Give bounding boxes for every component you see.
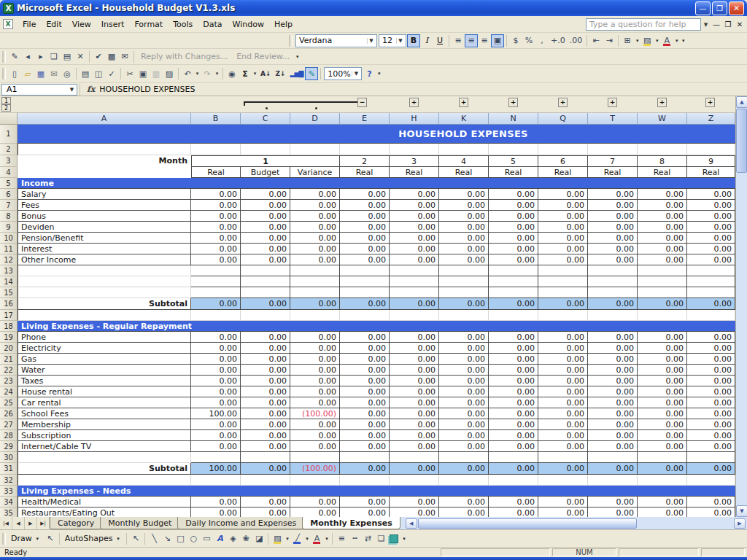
cell-value[interactable]: 0.00 <box>191 386 241 397</box>
cell-value[interactable]: 0.00 <box>390 244 439 254</box>
cell-value[interactable]: 0.00 <box>191 419 241 430</box>
cell-blank[interactable] <box>241 287 290 298</box>
cell-value[interactable]: 0.00 <box>538 200 588 211</box>
cell-blank[interactable] <box>340 452 390 463</box>
cell-value[interactable]: 100.00 <box>191 463 241 475</box>
cell-value[interactable]: 0.00 <box>241 254 290 265</box>
insert-function-icon[interactable]: fx <box>82 85 99 94</box>
cell-value[interactable]: 0.00 <box>290 508 340 517</box>
cell-value[interactable]: 0.00 <box>638 298 687 310</box>
open-icon[interactable]: ▱ <box>21 67 34 80</box>
cell-blank[interactable] <box>290 452 340 463</box>
scroll-left-icon[interactable]: ◀ <box>406 518 417 529</box>
cell-value[interactable]: 0.00 <box>538 463 588 475</box>
reply-with-changes-button[interactable]: Reply with Changes... <box>136 52 232 61</box>
name-box-dropdown-icon[interactable]: ▼ <box>67 87 77 93</box>
toolbar-grip[interactable] <box>2 68 6 79</box>
cell-value[interactable]: 0.00 <box>390 463 439 475</box>
cell-row-label[interactable]: Subtotal <box>18 463 191 475</box>
cell-value[interactable]: 0.00 <box>191 354 241 365</box>
cell-value[interactable]: 0.00 <box>241 386 290 397</box>
previous-sheet-icon[interactable]: ◀ <box>12 517 25 529</box>
cell-row-label[interactable]: Restaurants/Eating Out <box>18 508 191 517</box>
delete-comment-icon[interactable]: ✕ <box>74 50 87 63</box>
cell-value[interactable]: 0.00 <box>390 332 439 343</box>
cell-value[interactable]: 0.00 <box>439 354 489 365</box>
cell-row-label[interactable]: Subtotal <box>18 298 191 310</box>
cell-blank[interactable] <box>340 475 390 486</box>
copy-icon[interactable]: ▣ <box>136 67 150 80</box>
redo-icon[interactable]: ↷ <box>201 67 214 80</box>
cell-real-header[interactable]: Real <box>439 167 489 178</box>
cell-value[interactable]: 0.00 <box>241 233 290 244</box>
cell-value[interactable]: 0.00 <box>638 497 687 508</box>
cell-blank[interactable] <box>191 276 241 287</box>
cell-value[interactable]: 0.00 <box>290 254 340 265</box>
cell-variance-header[interactable]: Variance <box>290 167 340 178</box>
cell-value[interactable]: 0.00 <box>191 244 241 254</box>
row-header-31[interactable]: 31 <box>0 463 18 475</box>
expand-group-button[interactable]: + <box>508 98 518 107</box>
row-header-4[interactable]: 4 <box>0 167 18 178</box>
row-header-3[interactable]: 3 <box>0 155 18 167</box>
cell-blank[interactable] <box>390 287 439 298</box>
cell-value[interactable]: 0.00 <box>638 386 687 397</box>
cell-value[interactable]: 0.00 <box>489 211 538 222</box>
dash-style-icon[interactable]: ┅ <box>348 532 361 545</box>
row-header-21[interactable]: 21 <box>0 354 18 365</box>
cell-blank[interactable] <box>18 452 191 463</box>
expand-group-button[interactable]: + <box>705 98 715 107</box>
cell-blank[interactable] <box>687 475 735 486</box>
cell-value[interactable]: 0.00 <box>241 343 290 354</box>
cell-value[interactable]: 0.00 <box>340 189 390 200</box>
window-minimize-button[interactable]: — <box>711 20 722 28</box>
cell-value[interactable]: 0.00 <box>588 222 638 233</box>
line-color-icon[interactable]: ╱ <box>290 532 303 545</box>
row-header-25[interactable]: 25 <box>0 397 18 408</box>
restore-button[interactable]: ❐ <box>712 1 727 15</box>
borders-icon[interactable]: ⊞ <box>621 34 634 47</box>
cell-value[interactable]: 0.00 <box>439 463 489 475</box>
toolbar-options-icon[interactable]: ▾ <box>294 54 301 60</box>
cell-value[interactable]: 0.00 <box>191 211 241 222</box>
format-painter-icon[interactable]: ▨ <box>163 67 176 80</box>
cell-value[interactable]: 0.00 <box>439 200 489 211</box>
minimize-button[interactable]: — <box>695 1 711 15</box>
cell-blank[interactable] <box>290 265 340 276</box>
question-box-dropdown[interactable]: ▾ <box>701 20 711 29</box>
cell-value[interactable]: 0.00 <box>241 419 290 430</box>
cell-value[interactable]: 0.00 <box>439 508 489 517</box>
cell-blank[interactable] <box>687 310 735 321</box>
cell-blank[interactable] <box>390 144 439 155</box>
cell-value[interactable]: 0.00 <box>489 386 538 397</box>
cell-value[interactable]: 0.00 <box>290 354 340 365</box>
cell-real-header[interactable]: Real <box>538 167 588 178</box>
line-style-icon[interactable]: ≡ <box>335 532 348 545</box>
cell-value[interactable]: 0.00 <box>538 397 588 408</box>
cell-row-label[interactable]: Water <box>18 365 191 376</box>
row-header-18[interactable]: 18 <box>0 321 18 332</box>
cell-value[interactable]: 0.00 <box>191 233 241 244</box>
cell-value[interactable]: 0.00 <box>191 298 241 310</box>
scroll-right-icon[interactable]: ▶ <box>734 518 746 529</box>
column-header-n[interactable]: N <box>489 113 538 125</box>
percent-icon[interactable]: % <box>522 34 535 47</box>
cell-value[interactable]: 0.00 <box>439 408 489 419</box>
cell-real-header[interactable]: Real <box>489 167 538 178</box>
row-header-16[interactable]: 16 <box>0 298 18 310</box>
section-banner-cell[interactable]: Living Expenses - Needs <box>18 486 735 497</box>
cell-value[interactable]: 0.00 <box>290 222 340 233</box>
cell-value[interactable]: 0.00 <box>390 298 439 310</box>
cell-value[interactable]: 0.00 <box>638 200 687 211</box>
cell-value[interactable]: 0.00 <box>191 430 241 441</box>
cell-month-9[interactable]: 9 <box>687 155 735 167</box>
cell-blank[interactable] <box>538 144 588 155</box>
cell-blank[interactable] <box>290 276 340 287</box>
cell-blank[interactable] <box>687 276 735 287</box>
cell-value[interactable]: 0.00 <box>638 211 687 222</box>
autosum-icon[interactable]: Σ <box>239 67 252 80</box>
section-banner-cell[interactable]: Living Expenses - Regular Repayment <box>18 321 735 332</box>
expand-group-button[interactable]: + <box>558 98 568 107</box>
cell-value[interactable]: 0.00 <box>538 343 588 354</box>
cell-value[interactable]: 0.00 <box>687 254 735 265</box>
